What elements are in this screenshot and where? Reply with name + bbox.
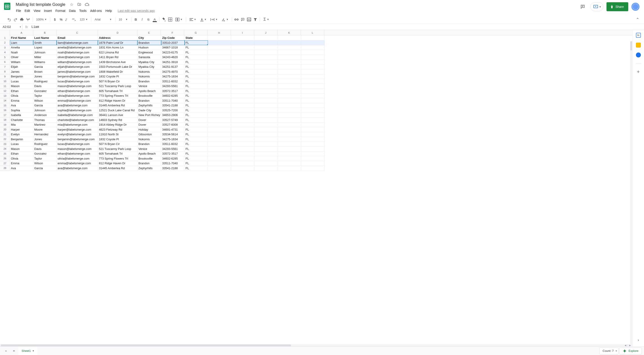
- cell[interactable]: [255, 103, 278, 108]
- row-header[interactable]: 4: [0, 50, 10, 55]
- cell[interactable]: [231, 122, 255, 127]
- cell[interactable]: [208, 98, 231, 103]
- cell[interactable]: 34251-9137: [161, 64, 184, 69]
- cell[interactable]: [301, 137, 325, 142]
- cell[interactable]: [278, 161, 301, 166]
- cell[interactable]: FL: [184, 132, 208, 137]
- cell[interactable]: Gibsonton: [138, 132, 161, 137]
- cell[interactable]: Elijah: [10, 64, 33, 69]
- cell[interactable]: [301, 93, 325, 98]
- cell[interactable]: [208, 93, 231, 98]
- cell[interactable]: Gonzalez: [33, 151, 56, 156]
- cell[interactable]: amelia@labelsmerge.com: [56, 45, 98, 50]
- row-header[interactable]: 27: [0, 161, 10, 166]
- cell[interactable]: [255, 60, 278, 65]
- cell[interactable]: Moore: [33, 127, 56, 132]
- cell[interactable]: 521 Tuscanny Park Loop: [98, 147, 138, 151]
- cell[interactable]: FL: [184, 69, 208, 74]
- row-header[interactable]: 13: [0, 93, 10, 98]
- add-sheet-icon[interactable]: ＋: [2, 347, 10, 355]
- menu-insert[interactable]: Insert: [42, 8, 54, 13]
- cell[interactable]: [208, 84, 231, 89]
- cell[interactable]: [255, 113, 278, 118]
- cell[interactable]: FL: [184, 108, 208, 113]
- zoom-select[interactable]: 100%▼: [34, 16, 48, 22]
- borders-icon[interactable]: [167, 16, 173, 22]
- cell[interactable]: [231, 50, 255, 55]
- cell[interactable]: [231, 93, 255, 98]
- cell[interactable]: FL: [184, 166, 208, 171]
- cell[interactable]: [301, 79, 325, 84]
- column-header[interactable]: F: [161, 30, 184, 35]
- cell[interactable]: [208, 127, 231, 132]
- text-color-icon[interactable]: A: [152, 16, 158, 22]
- cell[interactable]: FL: [184, 137, 208, 142]
- cell[interactable]: ethan@labelsmerge.com: [56, 89, 98, 94]
- cell[interactable]: FL: [184, 122, 208, 127]
- cell[interactable]: [231, 161, 255, 166]
- cell[interactable]: Evelyn: [10, 132, 33, 137]
- cell[interactable]: Benjamin: [10, 74, 33, 79]
- cell[interactable]: Hudson: [138, 45, 161, 50]
- cell[interactable]: [301, 118, 325, 122]
- row-header[interactable]: 2: [0, 40, 10, 45]
- explore-button[interactable]: Explore: [619, 348, 642, 354]
- cell[interactable]: 34293-5561: [161, 84, 184, 89]
- cell[interactable]: [255, 93, 278, 98]
- cell[interactable]: [208, 103, 231, 108]
- cell[interactable]: [255, 55, 278, 60]
- cell[interactable]: 12521 Duck Lake Canal Rd: [98, 108, 138, 113]
- cell[interactable]: Hernandez: [33, 132, 56, 137]
- cell[interactable]: FL: [184, 60, 208, 65]
- cell[interactable]: Noah: [10, 50, 33, 55]
- cell[interactable]: [278, 108, 301, 113]
- cell[interactable]: [231, 166, 255, 171]
- cell[interactable]: [255, 108, 278, 113]
- cell[interactable]: [301, 113, 325, 118]
- cell[interactable]: 34293-5561: [161, 147, 184, 151]
- cell[interactable]: 1832 Coyote Pl: [98, 137, 138, 142]
- cell[interactable]: [278, 103, 301, 108]
- cell[interactable]: Apollo Beach: [138, 89, 161, 94]
- cell[interactable]: [231, 89, 255, 94]
- cell[interactable]: 1831 Kim Acres Ln: [98, 45, 138, 50]
- cell[interactable]: [255, 69, 278, 74]
- cell[interactable]: [255, 89, 278, 94]
- text-rotation-icon[interactable]: ▼: [220, 16, 230, 22]
- cell[interactable]: Garcia: [33, 166, 56, 171]
- cell[interactable]: [231, 103, 255, 108]
- cell[interactable]: Brooksville: [138, 156, 161, 161]
- cell[interactable]: 1914 Abbey Ridge Dr: [98, 122, 138, 127]
- create-filter-icon[interactable]: [252, 16, 258, 22]
- cell[interactable]: Brown: [33, 69, 56, 74]
- cell[interactable]: [255, 50, 278, 55]
- cell[interactable]: 34251-3918: [161, 60, 184, 65]
- cell[interactable]: FL: [184, 84, 208, 89]
- cell[interactable]: emma@labelsmerge.com: [56, 98, 98, 103]
- cell[interactable]: FL: [184, 64, 208, 69]
- format-percent-icon[interactable]: %: [58, 16, 64, 22]
- cell[interactable]: [301, 127, 325, 132]
- cell[interactable]: FL: [184, 45, 208, 50]
- cell[interactable]: 507 N Bryan Cir: [98, 142, 138, 147]
- cell[interactable]: Brandon: [138, 142, 161, 147]
- cell[interactable]: [208, 132, 231, 137]
- cell[interactable]: [231, 55, 255, 60]
- column-header[interactable]: H: [208, 30, 231, 35]
- row-header[interactable]: 22: [0, 137, 10, 142]
- cell[interactable]: william@labelsmerge.com: [56, 60, 98, 65]
- star-icon[interactable]: ☆: [70, 2, 74, 7]
- cell[interactable]: [278, 35, 301, 40]
- cell[interactable]: 4623 Fietzway Rd: [98, 127, 138, 132]
- cell[interactable]: Wilson: [33, 161, 56, 166]
- cell[interactable]: FL: [184, 142, 208, 147]
- cell[interactable]: harper@labelsmerge.com: [56, 127, 98, 132]
- cell[interactable]: [208, 137, 231, 142]
- cell[interactable]: 773 Spring Flowers Trl: [98, 93, 138, 98]
- cell[interactable]: FL: [184, 118, 208, 122]
- cell[interactable]: [208, 118, 231, 122]
- cell[interactable]: [278, 45, 301, 50]
- column-header[interactable]: L: [301, 30, 324, 35]
- insert-chart-icon[interactable]: [246, 16, 252, 22]
- all-sheets-icon[interactable]: ≡: [10, 347, 18, 355]
